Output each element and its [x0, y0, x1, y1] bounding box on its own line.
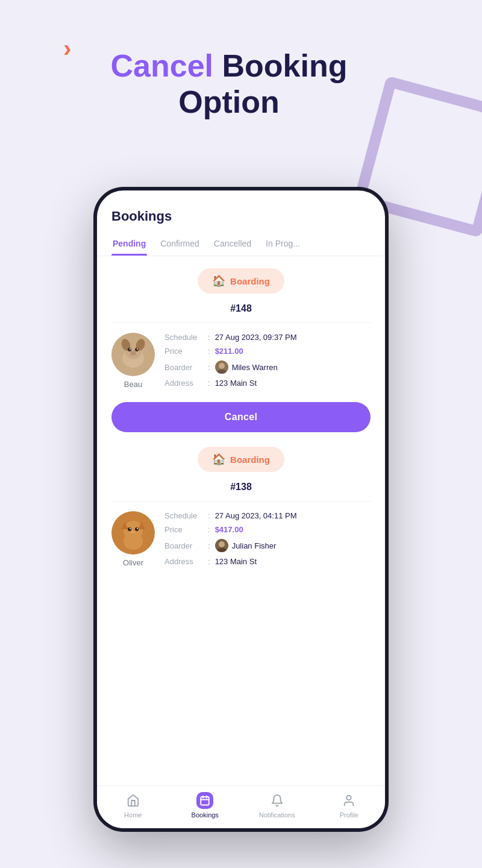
boarder-row-2: Julian Fisher	[215, 539, 277, 552]
svg-point-5	[128, 348, 131, 351]
notifications-icon	[269, 792, 286, 809]
value-address-1: 123 Main St	[215, 379, 257, 388]
title-cancel: Cancel	[111, 48, 214, 83]
value-boarder-1: Miles Warren	[232, 363, 278, 372]
detail-boarder-2: Boarder :	[164, 539, 371, 552]
tab-cancelled[interactable]: Cancelled	[213, 234, 252, 256]
boarder-avatar-2	[215, 539, 228, 552]
value-address-2: 123 Main St	[215, 557, 257, 566]
booking-details-1: Beau Schedule : 27 Aug 2023, 09:37 PM Pr…	[111, 322, 371, 392]
profile-icon	[340, 792, 357, 809]
nav-profile[interactable]: Profile	[313, 792, 386, 819]
pet-col-2: Oliver	[111, 511, 155, 567]
boarding-icon-1: 🏠	[212, 274, 225, 288]
pet-name-1: Beau	[124, 380, 142, 389]
booking-number-2: #138	[111, 482, 371, 492]
tab-confirmed[interactable]: Confirmed	[159, 234, 201, 256]
tab-bar: Pending Confirmed Cancelled In Prog...	[97, 224, 385, 256]
pet-name-2: Oliver	[123, 558, 143, 567]
label-address-1: Address	[164, 379, 208, 388]
detail-address-2: Address : 123 Main St	[164, 557, 371, 566]
boarder-avatar-1	[215, 360, 228, 374]
svg-point-7	[130, 351, 136, 356]
phone-frame: Bookings Pending Confirmed Cancelled In …	[93, 187, 389, 832]
detail-price-1: Price : $211.00	[164, 347, 371, 356]
svg-point-9	[137, 348, 138, 350]
label-price-2: Price	[164, 525, 208, 534]
svg-point-18	[135, 527, 139, 531]
svg-point-20	[130, 528, 131, 529]
service-label-1: Boarding	[230, 276, 270, 286]
svg-point-11	[219, 363, 225, 369]
scroll-area[interactable]: 🏠 Boarding #148	[97, 256, 385, 785]
detail-address-1: Address : 123 Main St	[164, 379, 371, 388]
label-schedule-2: Schedule	[164, 511, 208, 520]
detail-schedule-2: Schedule : 27 Aug 2023, 04:11 PM	[164, 511, 371, 520]
label-schedule-1: Schedule	[164, 333, 208, 342]
booking-card-138: 🏠 Boarding #138	[111, 447, 371, 571]
svg-point-8	[130, 348, 131, 350]
pet-avatar-beau	[111, 333, 155, 376]
detail-schedule-1: Schedule : 27 Aug 2023, 09:37 PM	[164, 333, 371, 342]
decorative-chevron: ›	[63, 36, 71, 60]
details-table-1: Schedule : 27 Aug 2023, 09:37 PM Price :…	[164, 333, 371, 392]
boarding-icon-2: 🏠	[212, 453, 225, 466]
svg-rect-26	[201, 797, 210, 805]
bookings-icon	[196, 792, 213, 809]
nav-home[interactable]: Home	[97, 792, 169, 819]
nav-home-label: Home	[124, 811, 142, 819]
value-schedule-2: 27 Aug 2023, 04:11 PM	[215, 511, 297, 520]
svg-point-22	[124, 533, 143, 550]
booking-details-2: Oliver Schedule : 27 Aug 2023, 04:11 PM …	[111, 501, 371, 571]
screen-title: Bookings	[97, 190, 385, 224]
details-table-2: Schedule : 27 Aug 2023, 04:11 PM Price :…	[164, 511, 371, 571]
label-boarder-1: Boarder	[164, 363, 208, 372]
booking-number-1: #148	[111, 303, 371, 314]
svg-point-6	[135, 348, 139, 351]
label-address-2: Address	[164, 557, 208, 566]
value-boarder-2: Julian Fisher	[232, 541, 277, 550]
bottom-nav: Home Bookings	[97, 785, 385, 828]
home-icon	[125, 792, 142, 809]
pet-avatar-oliver	[111, 511, 155, 555]
page-title: Cancel BookingOption	[96, 48, 362, 121]
detail-price-2: Price : $417.00	[164, 525, 371, 534]
label-price-1: Price	[164, 347, 208, 356]
svg-point-17	[128, 527, 131, 531]
detail-boarder-1: Boarder :	[164, 360, 371, 374]
tab-pending[interactable]: Pending	[111, 234, 147, 256]
nav-notifications-label: Notifications	[259, 811, 295, 819]
nav-profile-label: Profile	[340, 811, 358, 819]
booking-card-148: 🏠 Boarding #148	[111, 268, 371, 432]
value-schedule-1: 27 Aug 2023, 09:37 PM	[215, 333, 297, 342]
tab-inprog[interactable]: In Prog...	[264, 234, 301, 256]
phone-screen: Bookings Pending Confirmed Cancelled In …	[97, 190, 385, 828]
nav-bookings[interactable]: Bookings	[169, 792, 242, 819]
service-label-2: Boarding	[230, 454, 270, 465]
cancel-button[interactable]: Cancel	[111, 402, 371, 432]
svg-point-24	[219, 541, 225, 547]
app-content: Bookings Pending Confirmed Cancelled In …	[97, 190, 385, 828]
svg-point-30	[347, 796, 351, 800]
nav-bookings-label: Bookings	[192, 811, 219, 819]
service-badge-1: 🏠 Boarding	[198, 268, 284, 294]
pet-col-1: Beau	[111, 333, 155, 389]
svg-point-21	[137, 528, 138, 529]
value-price-1: $211.00	[215, 347, 243, 356]
label-boarder-2: Boarder	[164, 541, 208, 550]
nav-notifications[interactable]: Notifications	[241, 792, 313, 819]
value-price-2: $417.00	[215, 525, 243, 534]
service-badge-2: 🏠 Boarding	[198, 447, 284, 472]
boarder-row-1: Miles Warren	[215, 360, 278, 374]
